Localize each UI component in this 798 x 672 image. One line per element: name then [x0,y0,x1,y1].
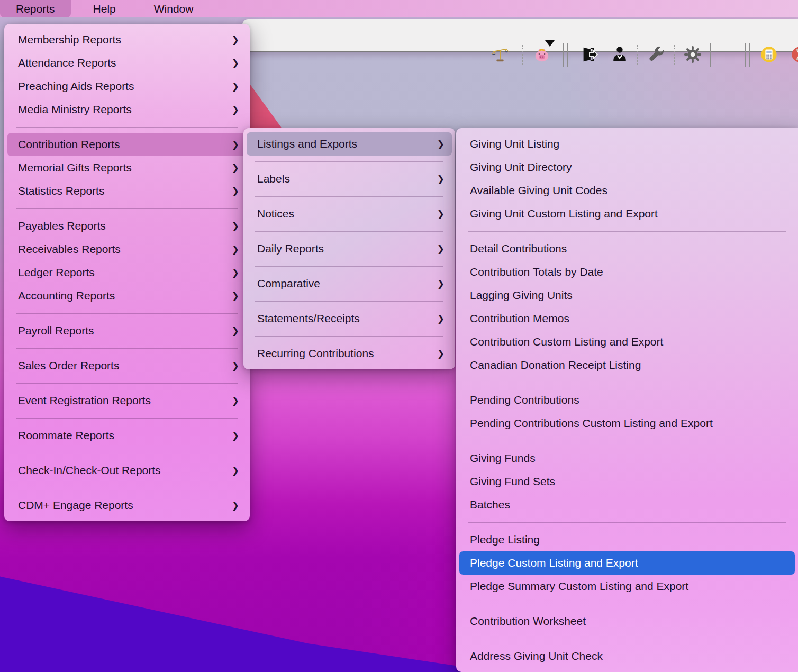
menubar-item-help[interactable]: Help [77,0,132,17]
menu-item-lagging-giving-units[interactable]: Lagging Giving Units [459,284,795,307]
menu-item-ledger-reports[interactable]: Ledger Reports❯ [7,261,247,284]
chevron-right-icon: ❯ [232,267,239,278]
menu-item-label: Event Registration Reports [18,394,151,407]
menu-item-roommate-reports[interactable]: Roommate Reports❯ [7,424,247,447]
menu-item-label: Recurring Contributions [257,347,374,360]
menu-item-membership-reports[interactable]: Membership Reports❯ [7,28,247,51]
menu-item-event-registration-reports[interactable]: Event Registration Reports❯ [7,389,247,412]
scales-icon[interactable] [489,44,511,65]
wrench-icon[interactable] [646,44,667,65]
menu-item-contribution-worksheet[interactable]: Contribution Worksheet [459,610,795,633]
menu-item-pending-contributions[interactable]: Pending Contributions [459,388,795,412]
chevron-right-icon: ❯ [232,104,239,115]
chevron-right-icon: ❯ [232,244,239,255]
toolbar-separator [674,45,675,65]
chevron-right-icon: ❯ [437,174,445,185]
menu-item-pledge-custom-listing-and-export[interactable]: Pledge Custom Listing and Export [459,551,795,575]
menu-item-check-in-check-out-reports[interactable]: Check-In/Check-Out Reports❯ [7,459,247,482]
calculator-icon[interactable] [758,44,779,65]
menu-bar: Reports Help Window [0,0,798,17]
menu-item-label: Media Ministry Reports [18,103,132,116]
menu-item-contribution-custom-listing-and-export[interactable]: Contribution Custom Listing and Export [459,330,795,353]
wallpaper-blue-wedge [0,570,497,672]
dropdown-arrow-icon[interactable] [545,40,555,47]
menu-item-giving-fund-sets[interactable]: Giving Fund Sets [459,470,795,493]
menu-item-notices[interactable]: Notices❯ [247,202,452,225]
menu-item-sales-order-reports[interactable]: Sales Order Reports❯ [7,354,247,377]
menu-item-payroll-reports[interactable]: Payroll Reports❯ [7,319,247,342]
exit-door-icon[interactable] [578,44,600,65]
menu-item-label: Giving Unit Listing [470,138,559,150]
menu-item-contribution-memos[interactable]: Contribution Memos [459,307,795,330]
chevron-right-icon: ❯ [232,221,239,232]
menu-divider [456,633,798,644]
menu-item-detail-contributions[interactable]: Detail Contributions [459,237,795,260]
menu-item-label: Sales Order Reports [18,359,119,372]
menu-item-daily-reports[interactable]: Daily Reports❯ [247,237,452,260]
gear-icon[interactable] [682,44,703,65]
menu-item-address-giving-unit-check[interactable]: Address Giving Unit Check [459,644,795,668]
menu-item-attendance-reports[interactable]: Attendance Reports❯ [7,51,247,75]
menu-item-comparative[interactable]: Comparative❯ [247,272,452,295]
menu-item-label: Receivables Reports [18,243,121,256]
menu-item-label: Listings and Exports [257,138,357,150]
menu-item-canadian-donation-receipt-listing[interactable]: Canadian Donation Receipt Listing [459,353,795,377]
menu-item-memorial-gifts-reports[interactable]: Memorial Gifts Reports❯ [7,156,247,179]
menu-item-giving-unit-directory[interactable]: Giving Unit Directory [459,156,795,179]
menu-item-pledge-summary-custom-listing-and-export[interactable]: Pledge Summary Custom Listing and Export [459,575,795,598]
chevron-right-icon: ❯ [437,243,445,255]
chevron-right-icon: ❯ [232,290,239,302]
toolbar-separator [563,43,564,67]
menu-item-listings-and-exports[interactable]: Listings and Exports❯ [247,132,452,156]
hourglass-icon[interactable] [789,44,798,65]
menu-divider [4,377,250,389]
menu-item-accounting-reports[interactable]: Accounting Reports❯ [7,284,247,307]
menubar-item-reports[interactable]: Reports [0,0,71,17]
toolbar-separator [567,43,568,67]
menu-divider [456,598,798,610]
menu-item-label: Canadian Donation Receipt Listing [470,359,641,371]
menu-item-recurring-contributions[interactable]: Recurring Contributions❯ [247,342,452,365]
toolbar-separator [710,43,711,67]
menu-item-label: Memorial Gifts Reports [18,161,132,174]
menu-item-statements-receipts[interactable]: Statements/Receipts❯ [247,307,452,330]
menu-item-labels[interactable]: Labels❯ [247,167,452,190]
menu-item-giving-funds[interactable]: Giving Funds [459,447,795,470]
chevron-right-icon: ❯ [232,162,239,174]
menu-item-label: Check-In/Check-Out Reports [18,464,161,477]
menu-item-contribution-totals-by-date[interactable]: Contribution Totals by Date [459,260,795,284]
user-icon[interactable] [609,44,630,65]
toolbar-separator [749,43,750,67]
chevron-right-icon: ❯ [232,139,239,150]
menu-item-label: Giving Unit Custom Listing and Export [470,207,658,220]
menu-item-preaching-aids-reports[interactable]: Preaching Aids Reports❯ [7,75,247,98]
menu-item-batches[interactable]: Batches [459,493,795,516]
menu-item-media-ministry-reports[interactable]: Media Ministry Reports❯ [7,98,247,121]
menu-item-giving-unit-listing[interactable]: Giving Unit Listing [459,132,795,156]
menubar-item-window[interactable]: Window [138,0,210,17]
chevron-right-icon: ❯ [437,208,445,220]
menu-item-available-giving-unit-codes[interactable]: Available Giving Unit Codes [459,179,795,202]
menu-item-pending-contributions-custom-listing-and-export[interactable]: Pending Contributions Custom Listing and… [459,412,795,435]
chevron-right-icon: ❯ [232,465,239,476]
menu-item-contribution-reports[interactable]: Contribution Reports❯ [7,133,247,156]
menu-item-label: Payroll Reports [18,324,94,337]
menu-item-pledge-listing[interactable]: Pledge Listing [459,528,795,551]
menu-item-cdm-engage-reports[interactable]: CDM+ Engage Reports❯ [7,494,247,517]
chevron-right-icon: ❯ [232,500,239,511]
chevron-right-icon: ❯ [232,360,239,371]
menu-divider [4,342,250,354]
chevron-right-icon: ❯ [232,186,239,197]
menu-item-label: Lagging Giving Units [470,289,573,302]
menu-item-receivables-reports[interactable]: Receivables Reports❯ [7,238,247,261]
menu-divider [243,225,455,237]
chevron-right-icon: ❯ [232,34,239,46]
menu-item-giving-unit-custom-listing-and-export[interactable]: Giving Unit Custom Listing and Export [459,202,795,225]
piggy-bank-icon[interactable] [531,44,552,65]
menu-item-label: Address Giving Unit Check [470,650,603,662]
menu-item-payables-reports[interactable]: Payables Reports❯ [7,214,247,238]
toolbar-separator [637,45,638,65]
menu-divider [456,516,798,528]
menu-item-label: Contribution Reports [18,138,120,151]
menu-item-statistics-reports[interactable]: Statistics Reports❯ [7,179,247,203]
